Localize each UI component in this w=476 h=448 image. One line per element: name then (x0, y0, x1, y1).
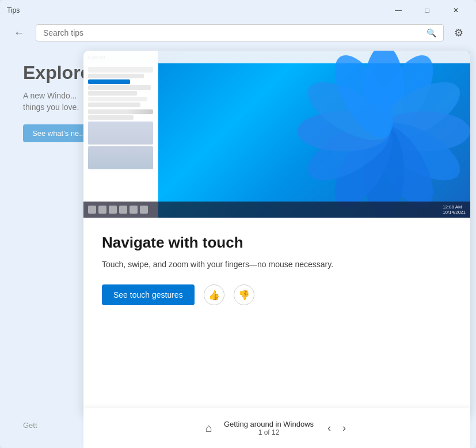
thumbs-up-button[interactable]: 👍 (204, 284, 224, 305)
search-input[interactable] (43, 28, 422, 37)
back-button[interactable]: ← (9, 25, 29, 41)
minimize-button[interactable]: — (385, 2, 412, 18)
taskbar-icon (98, 206, 106, 214)
thumbs-down-button[interactable]: 👎 (234, 284, 254, 305)
nav-next-button[interactable]: › (338, 420, 351, 436)
settings-button[interactable]: ⚙ (451, 24, 467, 41)
taskbar-icons (88, 206, 148, 214)
taskbar-icon (88, 206, 96, 214)
taskbar-icon (140, 206, 148, 214)
screenshot-calendar-panel (83, 51, 158, 218)
nav-title: Getting around in Windows (224, 420, 314, 428)
card-actions: See touch gestures 👍 👎 (102, 284, 452, 305)
nav-prev-button[interactable]: ‹ (323, 420, 336, 436)
nav-count: 1 of 12 (224, 428, 314, 436)
title-bar: Tips — □ ✕ (0, 0, 476, 21)
win11-screenshot: 9:28 AM (83, 51, 470, 218)
title-bar-left: Tips (7, 6, 20, 14)
home-button[interactable]: ⌂ (203, 419, 215, 437)
nav-label: Getting around in Windows 1 of 12 (224, 420, 314, 436)
toolbar: ← 🔍 ⚙ (0, 21, 476, 45)
app-window: Tips — □ ✕ ← 🔍 ⚙ Explore A new Windo... … (0, 0, 476, 448)
getting-around-text: Gett (23, 421, 37, 430)
content-area: Explore A new Windo... things you love. … (0, 45, 476, 448)
taskbar-icon (119, 206, 127, 214)
see-touch-gestures-button[interactable]: See touch gestures (102, 284, 195, 305)
maximize-button[interactable]: □ (414, 2, 440, 18)
taskbar-icon (109, 206, 117, 214)
card-title: Navigate with touch (102, 234, 452, 252)
fake-taskbar: 12:08 AM10/14/2021 (83, 202, 470, 218)
bottom-navigation: ⌂ Getting around in Windows 1 of 12 ‹ › (83, 408, 470, 448)
close-button[interactable]: ✕ (443, 2, 469, 18)
search-bar: 🔍 (36, 24, 444, 41)
window-title: Tips (7, 6, 20, 14)
explore-desc: A new Windo... things you love. (23, 90, 92, 113)
windows-bloom (286, 51, 470, 218)
window-controls: — □ ✕ (385, 2, 469, 18)
taskbar-icon (130, 206, 138, 214)
search-icon-button[interactable]: 🔍 (427, 28, 436, 37)
taskbar-time: 12:08 AM10/14/2021 (443, 204, 466, 215)
card-content: Navigate with touch Touch, swipe, and zo… (83, 218, 470, 413)
card-description: Touch, swipe, and zoom with your fingers… (102, 259, 452, 271)
nav-arrows: ‹ › (323, 420, 351, 436)
card-overlay: 9:28 AM (83, 51, 470, 413)
